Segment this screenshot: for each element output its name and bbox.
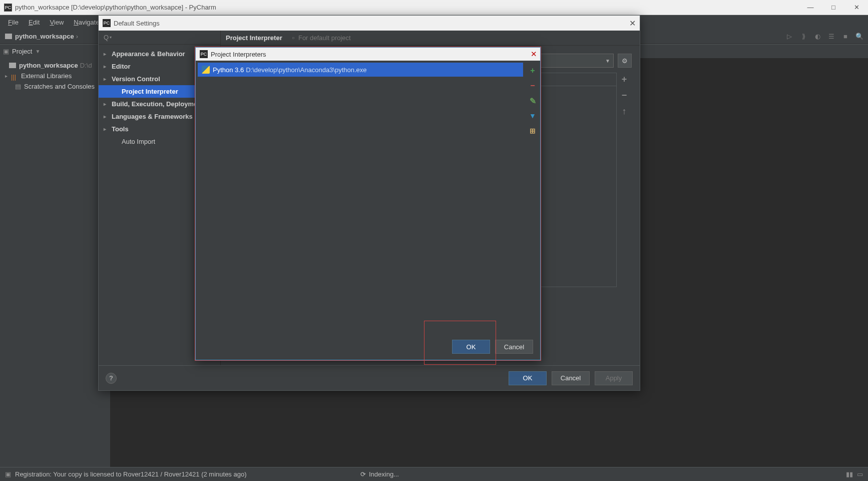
interpreters-list[interactable]: Python 3.6 D:\develop\python\Anaconda3\p… xyxy=(196,61,525,334)
tree-root-path: D:\d xyxy=(80,62,92,69)
settings-close-button[interactable]: ✕ xyxy=(629,19,636,28)
settings-cancel-button[interactable]: Cancel xyxy=(552,371,590,385)
search-everywhere-icon[interactable]: 🔍 xyxy=(855,32,864,41)
default-project-icon: ▫ xyxy=(292,34,295,42)
stop-icon[interactable]: ■ xyxy=(841,32,850,41)
add-package-button[interactable]: + xyxy=(619,74,630,85)
gear-icon: ⚙ xyxy=(622,57,628,65)
interpreters-cancel-button[interactable]: Cancel xyxy=(495,340,533,354)
settings-dialog-titlebar[interactable]: PC Default Settings ✕ xyxy=(99,16,640,31)
close-button[interactable]: ✕ xyxy=(845,0,868,15)
interpreter-entry[interactable]: Python 3.6 D:\develop\python\Anaconda3\p… xyxy=(198,63,523,77)
tree-external-libraries[interactable]: ▸ ||| External Libraries xyxy=(0,71,110,81)
breadcrumb-root[interactable]: python_worksapce xyxy=(15,33,74,40)
settings-dialog-footer: ? OK Cancel Apply xyxy=(99,365,640,390)
search-icon: Q xyxy=(104,34,109,41)
status-indicator-1[interactable]: ▮▮ xyxy=(846,470,853,478)
tree-scratches[interactable]: ▤ Scratches and Consoles xyxy=(0,81,110,92)
project-tree[interactable]: python_worksapce D:\d ▸ ||| External Lib… xyxy=(0,58,110,467)
pycharm-app-icon: PC xyxy=(4,4,12,12)
interpreters-ok-button[interactable]: OK xyxy=(452,340,490,354)
expand-arrow-icon[interactable]: ▸ xyxy=(5,73,11,79)
settings-search[interactable]: Q ▾ xyxy=(99,31,220,45)
search-dropdown-icon[interactable]: ▾ xyxy=(110,35,112,40)
project-tool-icon: ▣ xyxy=(3,48,9,55)
project-tool-label: Project xyxy=(12,48,32,55)
add-interpreter-button[interactable]: + xyxy=(528,66,538,76)
window-title: python_worksapce [D:\develop\python\pyth… xyxy=(15,4,799,11)
status-indexing: Indexing... xyxy=(369,470,399,478)
run-icon[interactable]: ▷ xyxy=(785,32,794,41)
tree-root-label: python_worksapce xyxy=(19,62,78,69)
status-bar: ▣ Registration: Your copy is licensed to… xyxy=(0,467,868,481)
project-interpreters-dialog: PC Project Interpreters ✕ Python 3.6 D:\… xyxy=(195,47,541,360)
settings-ok-button[interactable]: OK xyxy=(509,371,547,385)
filter-interpreter-button[interactable]: ▼ xyxy=(528,111,538,121)
remove-interpreter-button[interactable]: − xyxy=(528,81,538,91)
interpreters-close-button[interactable]: ✕ xyxy=(531,50,537,59)
menu-edit[interactable]: Edit xyxy=(24,17,45,28)
remove-package-button[interactable]: − xyxy=(619,90,630,101)
status-registration: Registration: Your copy is licensed to R… xyxy=(15,470,247,478)
menu-file[interactable]: File xyxy=(3,17,24,28)
edit-interpreter-button[interactable]: ✎ xyxy=(528,96,538,106)
tree-root[interactable]: python_worksapce D:\d xyxy=(0,60,110,71)
interpreters-dialog-footer: OK Cancel xyxy=(196,334,540,360)
chevron-down-icon[interactable]: ▼ xyxy=(35,49,40,54)
menu-view[interactable]: View xyxy=(45,17,69,28)
dropdown-icon: ▼ xyxy=(605,58,610,64)
chevron-right-icon: › xyxy=(76,33,78,40)
folder-icon xyxy=(5,34,12,39)
settings-breadcrumb-hint: For default project xyxy=(298,34,351,42)
debug-icon[interactable]: ⟫ xyxy=(799,32,808,41)
loading-icon: ⟳ xyxy=(360,470,366,478)
libraries-icon: ||| xyxy=(11,73,18,79)
interpreter-settings-gear[interactable]: ⚙ xyxy=(618,54,632,68)
maximize-button[interactable]: □ xyxy=(822,0,845,15)
folder-icon xyxy=(9,63,16,68)
coverage-icon[interactable]: ◐ xyxy=(813,32,822,41)
interpreters-dialog-titlebar[interactable]: PC Project Interpreters ✕ xyxy=(196,48,540,61)
os-titlebar: PC python_worksapce [D:\develop\python\p… xyxy=(0,0,868,15)
minimize-button[interactable]: — xyxy=(799,0,822,15)
python-icon xyxy=(202,66,210,74)
layout-icon[interactable]: ☰ xyxy=(827,32,836,41)
tree-external-libraries-label: External Libraries xyxy=(21,72,72,80)
status-icon[interactable]: ▣ xyxy=(5,470,11,478)
settings-breadcrumb-main: Project Interpreter xyxy=(226,34,282,42)
tree-scratches-label: Scratches and Consoles xyxy=(24,83,95,90)
show-paths-button[interactable]: ⊞ xyxy=(528,126,538,136)
settings-help-button[interactable]: ? xyxy=(106,373,117,384)
settings-apply-button[interactable]: Apply xyxy=(595,371,633,385)
interpreter-path: D:\develop\python\Anaconda3\python.exe xyxy=(246,66,366,74)
status-indicator-2[interactable]: ▭ xyxy=(857,470,863,478)
upgrade-package-button[interactable]: ↑ xyxy=(619,106,630,117)
pycharm-dialog-icon: PC xyxy=(103,19,111,27)
pycharm-dialog-icon: PC xyxy=(200,50,208,58)
interpreters-dialog-title: Project Interpreters xyxy=(211,51,266,58)
settings-dialog-title: Default Settings xyxy=(114,20,160,27)
interpreter-version: Python 3.6 xyxy=(213,66,244,74)
settings-breadcrumb: Project Interpreter ▫ For default projec… xyxy=(221,31,640,46)
scratches-icon: ▤ xyxy=(15,83,21,90)
